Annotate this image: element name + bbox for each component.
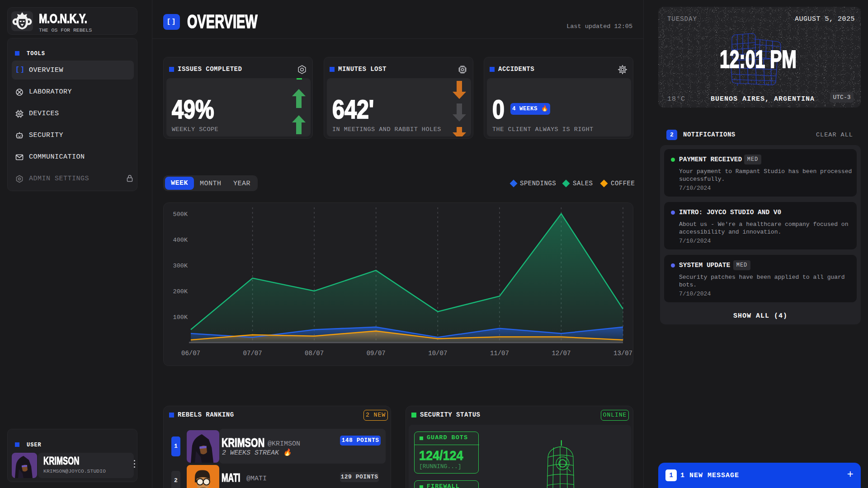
svg-text:100K: 100K (173, 314, 188, 321)
svg-text:07/07: 07/07 (243, 350, 262, 357)
svg-text:300K: 300K (173, 263, 188, 269)
svg-text:500K: 500K (173, 211, 188, 218)
svg-text:10/07: 10/07 (428, 350, 447, 357)
svg-text:400K: 400K (173, 237, 188, 244)
svg-text:12/07: 12/07 (552, 350, 571, 357)
svg-text:06/07: 06/07 (181, 350, 200, 357)
svg-text:08/07: 08/07 (305, 350, 324, 357)
svg-text:200K: 200K (173, 288, 188, 295)
svg-text:11/07: 11/07 (490, 350, 509, 357)
svg-text:09/07: 09/07 (367, 350, 386, 357)
svg-text:13/07: 13/07 (613, 350, 632, 357)
